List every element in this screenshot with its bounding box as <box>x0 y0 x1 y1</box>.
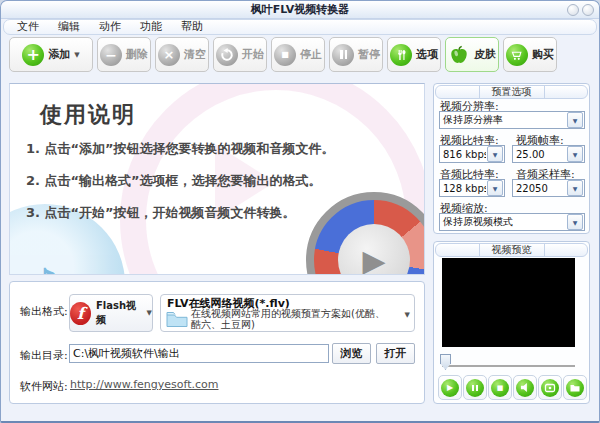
chevron-down-icon[interactable]: ▼ <box>405 311 410 319</box>
buy-icon <box>506 44 528 66</box>
instruction-step-1: 1. 点击“添加”按钮选择您要转换的视频和音频文件。 <box>26 140 335 158</box>
preview-play-button[interactable]: ▶ <box>438 375 462 400</box>
seek-slider-track[interactable] <box>442 365 575 367</box>
preset-panel-title: 预置选项 <box>479 86 545 98</box>
menu-item-function[interactable]: 功能 <box>135 20 167 34</box>
audio-bitrate-select[interactable]: 128 kbps ▼ <box>439 179 505 197</box>
options-button[interactable]: 选项 <box>387 37 441 72</box>
menu-bar: 文件 编辑 动作 功能 帮助 <box>3 19 597 35</box>
output-preset-select[interactable]: FLV在线网络视频(*.flv) 在线视频网站常用的视频预置方案如(优酷、酷六、… <box>160 294 415 332</box>
preview-snapshot-button[interactable] <box>538 375 562 400</box>
start-button[interactable]: 开始 <box>213 37 267 72</box>
instruction-step-2: 2. 点击“输出格式”选项框，选择您要输出的格式。 <box>26 172 322 190</box>
seek-slider-thumb[interactable] <box>440 354 451 370</box>
app-window: 枫叶FLV视频转换器 文件 编辑 动作 功能 帮助 + 添加 ▼ − 删除 × … <box>0 0 600 423</box>
video-bitrate-select[interactable]: 816 kbps ▼ <box>439 145 505 163</box>
folder-icon <box>166 310 188 332</box>
watermark-color-disc: ▶ <box>306 192 425 275</box>
chevron-down-icon[interactable]: ▼ <box>487 146 503 162</box>
options-icon <box>390 44 412 66</box>
output-format-button[interactable]: f Flash视频 ▼ <box>69 294 153 332</box>
browse-button[interactable]: 浏览 <box>332 343 371 364</box>
skin-icon <box>448 44 470 66</box>
menu-item-action[interactable]: 动作 <box>94 20 126 34</box>
window-controls <box>567 4 594 16</box>
menu-item-file[interactable]: 文件 <box>12 20 44 34</box>
play-icon: ▶ <box>441 379 459 397</box>
pause-icon <box>332 44 354 66</box>
menu-item-help[interactable]: 帮助 <box>176 20 208 34</box>
delete-icon: − <box>100 44 122 66</box>
preview-pause-button[interactable] <box>463 375 487 400</box>
video-preview-panel: 视频预览 ▶ ■ <box>433 241 590 404</box>
chevron-down-icon: ▼ <box>147 309 152 317</box>
preview-panel-title: 视频预览 <box>479 244 545 256</box>
preview-panel-header: 视频预览 <box>435 243 588 257</box>
menu-item-edit[interactable]: 编辑 <box>53 20 85 34</box>
pause-icon <box>466 379 484 397</box>
output-panel: 输出格式: f Flash视频 ▼ FLV在线网络视频(*.flv) 在线视频网… <box>9 281 425 404</box>
sample-rate-select[interactable]: 22050 ▼ <box>512 179 585 197</box>
toolbar: + 添加 ▼ − 删除 × 清空 开始 ■ 停止 暂停 <box>9 37 557 74</box>
video-preview-screen <box>442 258 575 347</box>
start-icon <box>216 44 238 66</box>
chevron-down-icon[interactable]: ▼ <box>487 180 503 196</box>
volume-icon <box>516 379 534 397</box>
stop-button[interactable]: ■ 停止 <box>271 37 325 72</box>
window-title: 枫叶FLV视频转换器 <box>1 2 599 17</box>
frame-rate-select[interactable]: 25.00 ▼ <box>512 145 585 163</box>
chevron-down-icon[interactable]: ▼ <box>567 146 583 162</box>
output-format-label: 输出格式: <box>20 304 68 319</box>
skin-button[interactable]: 皮肤 <box>445 37 499 72</box>
preset-panel-header: 预置选项 <box>435 85 588 99</box>
close-button[interactable] <box>582 4 594 16</box>
stop-icon: ■ <box>491 379 509 397</box>
flash-icon: f <box>70 302 91 325</box>
chevron-down-icon[interactable]: ▼ <box>567 180 583 196</box>
instruction-step-3: 3. 点击“开始”按钮，开始视频音频文件转换。 <box>26 204 296 222</box>
snapshot-icon <box>541 379 559 397</box>
folder-icon <box>566 379 584 397</box>
chevron-down-icon[interactable]: ▼ <box>567 214 583 230</box>
instructions-panel: ♪ ▶ 使用说明 1. 点击“添加”按钮选择您要转换的视频和音频文件。 2. 点… <box>9 83 425 275</box>
website-link[interactable]: http://www.fengyesoft.com <box>70 378 219 391</box>
title-bar: 枫叶FLV视频转换器 <box>1 1 599 19</box>
preset-options-panel: 预置选项 视频分辨率: 保持原分辨率 ▼ 视频比特率: 视频帧率: 816 kb… <box>433 83 590 234</box>
preview-volume-button[interactable] <box>513 375 537 400</box>
preview-open-button[interactable] <box>563 375 587 400</box>
output-dir-input[interactable] <box>69 344 329 363</box>
resolution-select[interactable]: 保持原分辨率 ▼ <box>439 111 585 129</box>
video-zoom-select[interactable]: 保持原视频模式 ▼ <box>439 213 585 231</box>
preview-controls: ▶ ■ <box>438 375 587 400</box>
delete-button[interactable]: − 删除 <box>97 37 151 72</box>
add-button[interactable]: + 添加 ▼ <box>9 37 93 72</box>
add-icon: + <box>22 44 44 66</box>
output-dir-label: 输出目录: <box>20 348 68 363</box>
website-label: 软件网站: <box>20 379 68 394</box>
output-preset-description: 在线视频网站常用的视频预置方案如(优酷、酷六、土豆网) <box>191 308 391 330</box>
clear-icon: × <box>158 44 180 66</box>
chevron-down-icon: ▼ <box>74 51 79 59</box>
preview-stop-button[interactable]: ■ <box>488 375 512 400</box>
stop-icon: ■ <box>274 44 296 66</box>
pause-button[interactable]: 暂停 <box>329 37 383 72</box>
clear-button[interactable]: × 清空 <box>155 37 209 72</box>
open-button[interactable]: 打开 <box>376 343 415 364</box>
instructions-title: 使用说明 <box>40 100 136 130</box>
chevron-down-icon[interactable]: ▼ <box>567 112 583 128</box>
minimize-button[interactable] <box>567 4 579 16</box>
buy-button[interactable]: 购买 <box>503 37 557 72</box>
